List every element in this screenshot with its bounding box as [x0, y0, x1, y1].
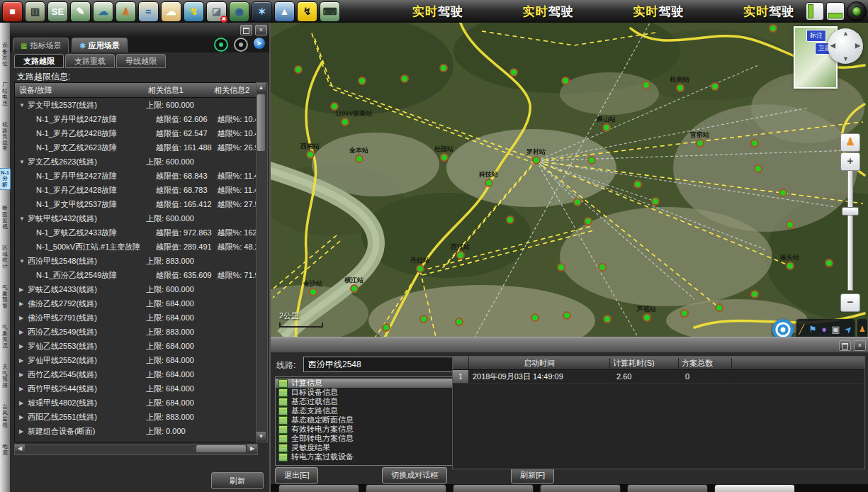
station-marker[interactable]: [351, 285, 358, 292]
satellite-map[interactable]: 狮山站松岗站110kV联星站西南站金本站桂园站罗村站科技站官窑站金沙站横江站丹灶…: [269, 23, 868, 337]
result-row[interactable]: 1 2018年09月03日 14:49:09 2.60 0: [453, 370, 864, 384]
table-row[interactable]: N-1_500kV西江站.#1主变故障越限值: 289.491越限%: 48.2: [15, 240, 257, 254]
taskbar-button-3[interactable]: [540, 484, 621, 492]
table-row[interactable]: ▶顺献乙线2678(线路)上限: 700.000: [15, 438, 257, 442]
station-marker[interactable]: [401, 75, 408, 82]
station-marker[interactable]: [652, 198, 659, 205]
collapsed-triangle-icon[interactable]: ▶: [19, 286, 28, 293]
taskbar-button-1[interactable]: [366, 484, 446, 492]
close-icon[interactable]: ×: [255, 25, 267, 35]
station-marker[interactable]: [510, 69, 517, 76]
pan-right-icon[interactable]: ▶: [855, 42, 860, 49]
station-marker[interactable]: [456, 318, 463, 325]
station-marker[interactable]: [716, 304, 723, 311]
operator-icon[interactable]: ⌨: [320, 1, 340, 22]
eye-icon[interactable]: [847, 1, 867, 21]
station-marker[interactable]: [825, 259, 833, 267]
float-window-icon[interactable]: [240, 25, 252, 35]
horizontal-scrollbar[interactable]: ◀ ▶: [14, 444, 258, 455]
station-marker[interactable]: [417, 265, 424, 272]
table-row[interactable]: N-1_西汾乙线2549故障越限值: 635.609越限%: 71.9: [15, 268, 257, 282]
collapsed-triangle-icon[interactable]: ▶: [19, 315, 28, 321]
layers-delete-icon[interactable]: ◪✖: [206, 1, 227, 22]
station-marker[interactable]: [677, 84, 684, 91]
expanded-triangle-icon[interactable]: ▼: [19, 216, 28, 222]
sidebar-item-10[interactable]: 地震: [0, 444, 10, 456]
pan-down-icon[interactable]: ▼: [842, 55, 849, 62]
record-gray-icon[interactable]: [234, 38, 248, 52]
station-marker[interactable]: [751, 291, 758, 298]
table-row[interactable]: N-1_罗丹乙线2428故障越限值: 62.547越限%: 10.4: [15, 126, 257, 140]
table-row[interactable]: N-1_罗丹甲线2427故障越限值: 68.843越限%: 11.4: [15, 169, 257, 183]
table-row[interactable]: N-1_罗丹乙线2428故障越限值: 68.783越限%: 11.4: [15, 183, 257, 197]
table-row[interactable]: N-1_罗蚨乙线2433故障越限值: 972.863越限%: 162: [15, 225, 257, 240]
station-marker[interactable]: [574, 199, 581, 206]
station-marker[interactable]: [634, 181, 641, 188]
sidebar-item-8[interactable]: 天气预报: [0, 364, 10, 388]
table-row[interactable]: ▶罗蚨乙线2433(线路)上限: 600.000: [15, 282, 257, 296]
collapsed-triangle-icon[interactable]: ▶: [19, 428, 28, 435]
station-marker[interactable]: [441, 154, 448, 161]
label-icon[interactable]: ▣: [831, 325, 840, 334]
station-marker[interactable]: [563, 312, 570, 319]
float-window-icon[interactable]: [839, 340, 851, 351]
station-marker[interactable]: [697, 140, 704, 147]
pan-left-icon[interactable]: ◀: [830, 42, 835, 49]
scroll-left-icon[interactable]: ◀: [15, 445, 25, 453]
table-row[interactable]: ▶佛汾甲线2791(线路)上限: 684.000: [15, 311, 257, 325]
station-marker[interactable]: [562, 77, 569, 84]
table-row[interactable]: ▶新建组合设备(断面)上限: 0.000: [15, 424, 257, 438]
table-row[interactable]: ▼罗文甲线2537(线路)上限: 600.000: [15, 98, 257, 112]
station-marker[interactable]: [359, 77, 366, 84]
collapsed-triangle-icon[interactable]: ▶: [19, 442, 28, 443]
taskbar-button-0[interactable]: [278, 484, 359, 492]
station-marker[interactable]: [755, 165, 762, 172]
pegman-icon[interactable]: ♟: [840, 133, 860, 152]
subtab-branch-limit[interactable]: 支路越限: [14, 54, 64, 68]
sidebar-item-3[interactable]: N-1分析: [0, 168, 11, 191]
table-row[interactable]: ▼西汾甲线2548(线路)上限: 883.000: [15, 254, 257, 268]
tab-indicator-scene[interactable]: ▦ 指标场景: [13, 38, 69, 52]
station-marker[interactable]: [681, 310, 688, 317]
taskbar-button-2[interactable]: [453, 484, 534, 492]
flag-icon[interactable]: ⚑: [808, 325, 817, 334]
meter-icon[interactable]: ▥: [25, 1, 45, 22]
table-row[interactable]: ▼罗蚨甲线2432(线路)上限: 600.000: [15, 211, 257, 225]
mode-label[interactable]: 实时驾驶: [412, 4, 463, 20]
station-marker[interactable]: [440, 65, 447, 72]
sidebar-item-6[interactable]: 气象预警: [0, 285, 10, 309]
pan-control[interactable]: ▲ ▼ ◀ ▶: [828, 28, 863, 64]
pan-up-icon[interactable]: ▲: [842, 30, 849, 37]
cloud-icon[interactable]: ☁: [161, 1, 181, 22]
station-marker[interactable]: [604, 315, 611, 323]
zoom-out-icon[interactable]: −: [840, 293, 860, 312]
station-marker[interactable]: [307, 151, 314, 158]
sidebar-item-1[interactable]: 厂站电压: [0, 82, 10, 106]
station-marker[interactable]: [585, 218, 592, 225]
table-row[interactable]: N-1_罗文乙线2623故障越限值: 161.488越限%: 26.9: [15, 140, 257, 155]
station-marker[interactable]: [507, 216, 514, 223]
table-row[interactable]: ▶坡瑶甲线4802(线路)上限: 684.000: [15, 396, 257, 410]
taskbar-button-5[interactable]: [714, 484, 795, 492]
person-icon[interactable]: ♟: [115, 1, 136, 22]
sidebar-item-0[interactable]: 设备定位: [0, 43, 10, 67]
table-row[interactable]: ▶罗仙乙线2553(线路)上限: 684.000: [15, 339, 257, 353]
collapsed-triangle-icon[interactable]: ▶: [19, 329, 28, 335]
mode-label[interactable]: 实时驾驶: [523, 4, 574, 20]
table-row[interactable]: N-1_罗文甲线2537故障越限值: 165.412越限%: 27.5: [15, 197, 257, 211]
sidebar-item-7[interactable]: 气象实况: [0, 325, 10, 349]
refresh-button[interactable]: 刷新[F]: [511, 467, 554, 483]
collapsed-triangle-icon[interactable]: ▶: [19, 371, 28, 378]
station-marker[interactable]: [331, 103, 338, 110]
lightning-icon[interactable]: ↯: [184, 1, 204, 22]
scroll-right-icon[interactable]: ▶: [247, 445, 257, 453]
navigate-icon[interactable]: ➤: [842, 323, 855, 335]
map-extra-tool-icon[interactable]: ♟: [857, 319, 867, 337]
station-marker[interactable]: [457, 252, 464, 259]
scroll-thumb[interactable]: [257, 94, 265, 151]
zoom-in-icon[interactable]: +: [840, 152, 860, 171]
mode-label[interactable]: 实时驾驶: [743, 4, 794, 20]
switch-dialog-button[interactable]: 切换成对话框: [382, 467, 447, 483]
record-green-icon[interactable]: [214, 38, 228, 52]
scroll-down-icon[interactable]: ▼: [257, 432, 266, 442]
